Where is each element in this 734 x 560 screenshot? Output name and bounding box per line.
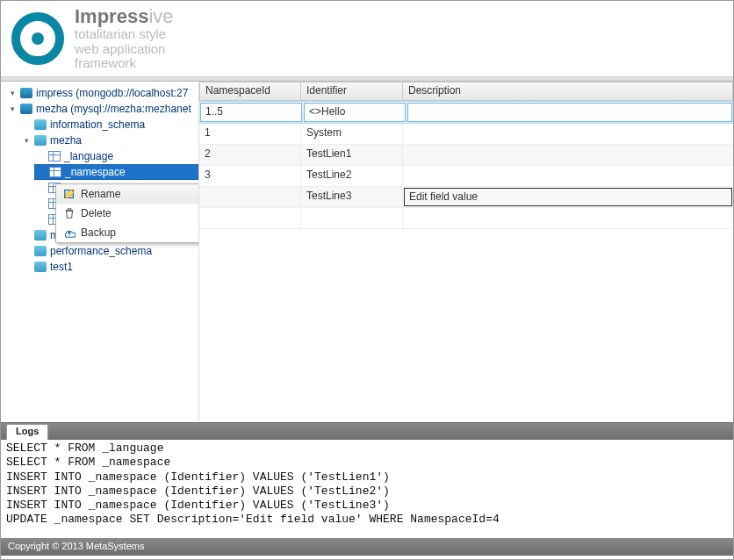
table-icon [48, 151, 61, 162]
footer-copyright: Copyright © 2013 MetaSystems [1, 538, 733, 556]
filter-namespaceid[interactable]: 1..5 [200, 103, 302, 122]
collapse-icon[interactable]: ▾ [8, 89, 17, 97]
brand-sub1: totalitarian style [75, 27, 174, 42]
cell-namespaceid[interactable] [199, 208, 301, 228]
grid-header: NamespaceId Identifier Description [199, 82, 733, 101]
tree-node-label: performance_schema [50, 245, 152, 257]
logs-tabbar: Logs [1, 422, 733, 440]
rename-icon [63, 188, 76, 200]
cell-identifier[interactable]: System [301, 124, 403, 144]
tree-node-label: mezha (mysql://mezha:mezhanet [36, 103, 191, 115]
tree-node-label: _namespace [65, 166, 126, 178]
tree-table-namespace[interactable]: •_namespace [34, 164, 198, 180]
data-grid: NamespaceId Identifier Description 1..5 … [199, 82, 733, 422]
tree-node-label: impress (mongodb://localhost:27 [36, 87, 188, 99]
tree-node-label: _language [64, 150, 113, 162]
ctx-item-label: Rename [81, 188, 120, 200]
cell-namespaceid[interactable] [199, 187, 301, 207]
brand-bold: Impress [75, 5, 148, 27]
grid-row[interactable]: 3 TestLine2 [199, 166, 733, 187]
backup-icon [63, 226, 76, 239]
cell-identifier[interactable]: TestLine3 [301, 187, 403, 207]
filter-identifier[interactable]: <>Hello [304, 103, 406, 122]
ctx-delete[interactable]: Delete [56, 204, 199, 223]
grid-filter-row: 1..5 <>Hello [199, 101, 733, 124]
collapse-icon[interactable]: ▾ [22, 136, 31, 145]
tree-db-performance-schema[interactable]: •performance_schema [20, 243, 198, 259]
database-icon [34, 262, 47, 272]
tab-logs[interactable]: Logs [6, 424, 48, 440]
tree-node-label: information_schema [50, 118, 145, 131]
grid-row-empty[interactable] [199, 208, 733, 229]
tree-db-mezha[interactable]: ▾mezha [20, 133, 198, 148]
cell-identifier[interactable] [301, 208, 403, 228]
grid-col-identifier[interactable]: Identifier [301, 82, 403, 101]
logs-output: SELECT * FROM _language SELECT * FROM _n… [1, 440, 733, 538]
brand-light: ive [148, 5, 173, 27]
database-icon [34, 135, 47, 146]
db-tree[interactable]: ▾ impress (mongodb://localhost:27 ▾ mezh… [4, 85, 198, 275]
tree-node-label: test1 [50, 261, 73, 273]
database-icon [34, 246, 47, 256]
cell-namespaceid[interactable]: 3 [199, 166, 301, 186]
database-icon [20, 104, 32, 114]
database-icon [34, 119, 47, 130]
brand-sub3: framework [75, 56, 174, 71]
cell-description-editing[interactable]: Edit field value [404, 188, 732, 206]
cell-description[interactable] [403, 124, 733, 144]
cell-description[interactable] [403, 166, 733, 186]
tree-pane: ▾ impress (mongodb://localhost:27 ▾ mezh… [1, 82, 199, 422]
grid-row[interactable]: 1 System [199, 124, 733, 145]
collapse-icon[interactable]: ▾ [8, 104, 17, 113]
ctx-item-label: Backup [81, 226, 116, 239]
cell-namespaceid[interactable]: 2 [199, 145, 301, 165]
cell-identifier[interactable]: TestLien1 [301, 145, 403, 165]
filter-description[interactable] [407, 103, 732, 122]
tree-root-mezha[interactable]: ▾ mezha (mysql://mezha:mezhanet [6, 101, 198, 117]
tree-node-label: mezha [50, 134, 82, 147]
tree-db-information-schema[interactable]: •information_schema [20, 117, 198, 133]
tree-table-language[interactable]: •_language [34, 148, 198, 164]
brand-sub2: web application [75, 42, 174, 57]
context-menu: Rename Delete Backup [55, 183, 199, 243]
tree-db-test1[interactable]: •test1 [20, 259, 198, 275]
ctx-item-label: Delete [81, 207, 112, 219]
table-icon [49, 167, 61, 177]
database-icon [20, 88, 32, 98]
grid-col-description[interactable]: Description [403, 82, 733, 101]
cell-namespaceid[interactable]: 1 [199, 124, 301, 144]
grid-col-namespaceid[interactable]: NamespaceId [199, 82, 301, 101]
tree-root-impress[interactable]: ▾ impress (mongodb://localhost:27 [6, 85, 198, 101]
cell-identifier[interactable]: TestLine2 [301, 166, 403, 186]
logo-icon [11, 12, 64, 65]
delete-icon [63, 207, 76, 219]
cell-description[interactable] [403, 208, 733, 228]
ctx-rename[interactable]: Rename [56, 184, 199, 204]
app-header: Impressive totalitarian style web applic… [1, 1, 733, 76]
brand-text: Impressive totalitarian style web applic… [75, 6, 174, 71]
cell-description[interactable] [403, 145, 733, 165]
database-icon [34, 230, 47, 241]
ctx-backup[interactable]: Backup [56, 223, 199, 242]
grid-row[interactable]: TestLine3 Edit field value [199, 187, 733, 208]
grid-row[interactable]: 2 TestLien1 [199, 145, 733, 166]
